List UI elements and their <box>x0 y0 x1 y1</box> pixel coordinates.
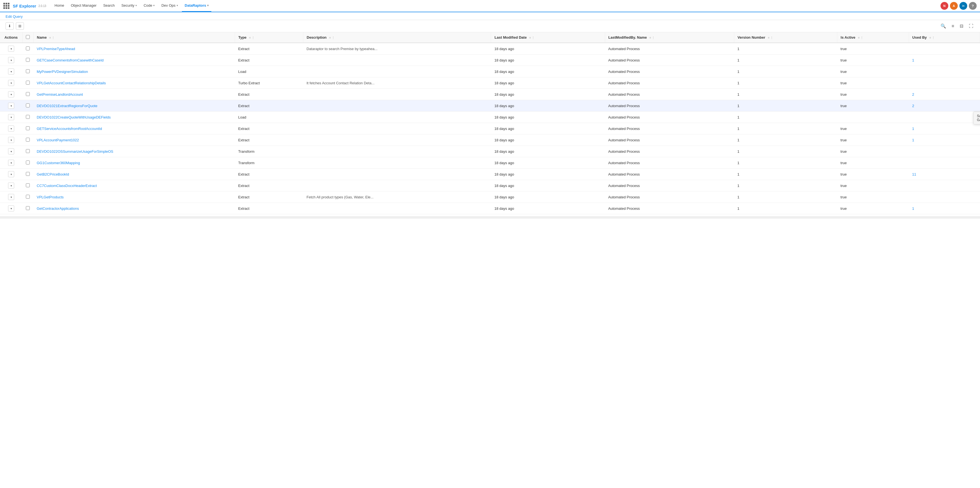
edit-query-link[interactable]: Edit Query <box>6 14 22 19</box>
row-version-cell: 1 <box>734 54 837 66</box>
row-expand-button[interactable]: ▾ <box>8 182 14 189</box>
row-checkbox[interactable] <box>26 115 30 119</box>
type-sort-icon[interactable]: ≡ <box>249 36 251 39</box>
row-type-cell: Extract <box>235 123 303 134</box>
row-expand-button[interactable]: ▾ <box>8 205 14 211</box>
horizontal-scrollbar[interactable] <box>0 217 980 218</box>
row-checkbox[interactable] <box>26 195 30 199</box>
row-expand-button[interactable]: ▾ <box>8 57 14 63</box>
avatar-a[interactable]: A <box>950 2 958 10</box>
nav-security[interactable]: Security ▾ <box>118 0 140 12</box>
nav-devops[interactable]: Dev Ops ▾ <box>159 0 181 12</box>
row-checkbox[interactable] <box>26 58 30 62</box>
nav-object-manager[interactable]: Object Manager <box>68 0 100 12</box>
row-checkbox[interactable] <box>26 126 30 130</box>
row-checkbox[interactable] <box>26 138 30 142</box>
lmd-menu-icon[interactable]: ⋮ <box>532 36 535 39</box>
ver-menu-icon[interactable]: ⋮ <box>770 36 773 39</box>
usedby-sort-icon[interactable]: ≡ <box>929 36 931 39</box>
row-description-cell <box>303 100 491 112</box>
lmb-sort-icon[interactable]: ≡ <box>650 36 651 39</box>
desc-menu-icon[interactable]: ⋮ <box>332 36 334 39</box>
row-is-active-cell: true <box>837 134 909 146</box>
col-is-active: Is Active ≡ ⋮ <box>837 32 909 43</box>
row-modified-by-cell: Automated Process <box>605 203 734 214</box>
row-name-cell: GG1Customer360Mapping <box>33 157 235 169</box>
row-checkbox[interactable] <box>26 161 30 164</box>
type-menu-icon[interactable]: ⋮ <box>252 36 255 39</box>
row-checkbox[interactable] <box>26 104 30 107</box>
row-is-active-cell: true <box>837 123 909 134</box>
nav-home[interactable]: Home <box>52 0 67 12</box>
app-brand[interactable]: SF Explorer <box>13 4 36 8</box>
app-grid-icon[interactable] <box>3 3 10 9</box>
col-used-by: Used By ≡ ⋮ <box>909 32 980 43</box>
row-expand-button[interactable]: ▾ <box>8 160 14 166</box>
row-expand-button[interactable]: ▾ <box>8 46 14 52</box>
row-checkbox[interactable] <box>26 46 30 50</box>
row-checkbox-cell <box>22 43 33 54</box>
row-expand-button[interactable]: ▾ <box>8 80 14 86</box>
used-by-count[interactable]: 1 <box>912 58 914 62</box>
used-by-count[interactable]: 2 <box>912 104 914 108</box>
row-expand-button[interactable]: ▾ <box>8 171 14 177</box>
row-name-cell: VPLAccountPayment1022 <box>33 134 235 146</box>
download-button[interactable]: ⬇ <box>6 22 14 30</box>
avatar-linkedin[interactable]: in <box>959 2 967 10</box>
filter-button[interactable]: ≡ <box>951 22 955 30</box>
table-header-row: Actions Name ≡ ⋮ Type ≡ ⋮ <box>0 32 980 43</box>
usedby-menu-icon[interactable]: ⋮ <box>932 36 935 39</box>
lmb-menu-icon[interactable]: ⋮ <box>652 36 655 39</box>
avatar-help[interactable]: ? <box>969 2 977 10</box>
row-expand-button[interactable]: ▾ <box>8 103 14 109</box>
fullscreen-button[interactable]: ⛶ <box>968 22 974 30</box>
row-expand-button[interactable]: ▾ <box>8 194 14 200</box>
active-menu-icon[interactable]: ⋮ <box>861 36 863 39</box>
row-modified-by-cell: Automated Process <box>605 100 734 112</box>
used-by-count[interactable]: 2 <box>912 92 914 97</box>
desc-sort-icon[interactable]: ≡ <box>329 36 331 39</box>
row-checkbox[interactable] <box>26 149 30 153</box>
search-toolbar-button[interactable]: 🔍 <box>939 22 947 30</box>
name-sort-icon[interactable]: ≡ <box>49 36 51 39</box>
row-version-cell: 1 <box>734 169 837 180</box>
row-expand-button[interactable]: ▾ <box>8 91 14 97</box>
active-sort-icon[interactable]: ≡ <box>858 36 859 39</box>
row-expand-button[interactable]: ▾ <box>8 126 14 132</box>
row-expand-button[interactable]: ▾ <box>8 69 14 75</box>
used-by-count[interactable]: 1 <box>912 127 914 131</box>
row-checkbox[interactable] <box>26 69 30 73</box>
export-button[interactable]: ⊞ <box>16 22 24 30</box>
col-actions: Actions <box>0 32 22 43</box>
ver-sort-icon[interactable]: ≡ <box>768 36 770 39</box>
lmd-sort-icon[interactable]: ≡ <box>530 36 531 39</box>
used-by-count[interactable]: 1 <box>912 138 914 142</box>
avatar-n[interactable]: N <box>940 2 948 10</box>
columns-button[interactable]: ⊟ <box>959 22 964 30</box>
nav-code[interactable]: Code ▾ <box>141 0 158 12</box>
row-is-active-cell: true <box>837 203 909 214</box>
select-all-checkbox[interactable] <box>26 35 30 39</box>
row-last-modified-cell: 18 days ago <box>491 43 605 54</box>
row-expand-button[interactable]: ▾ <box>8 148 14 155</box>
row-is-active-cell: true <box>837 77 909 89</box>
top-nav: SF Explorer 2.0.13 Home Object Manager S… <box>0 0 980 12</box>
row-checkbox[interactable] <box>26 92 30 96</box>
row-actions-cell: ▾ <box>0 134 22 146</box>
row-checkbox[interactable] <box>26 183 30 187</box>
table-row: ▾ CC7CustomClassDocxHeaderExtract Extrac… <box>0 180 980 191</box>
row-expand-button[interactable]: ▾ <box>8 114 14 120</box>
row-checkbox[interactable] <box>26 172 30 176</box>
nav-search[interactable]: Search <box>100 0 117 12</box>
row-checkbox[interactable] <box>26 81 30 85</box>
table-row: ▾ GetB2CPriceBookId Extract 18 days ago … <box>0 169 980 180</box>
row-checkbox[interactable] <box>26 206 30 210</box>
toolbar: ⬇ ⊞ 🔍 ≡ ⊟ ⛶ <box>0 20 980 32</box>
row-actions-cell: ▾ <box>0 89 22 100</box>
used-by-count[interactable]: 11 <box>912 172 916 176</box>
row-expand-button[interactable]: ▾ <box>8 137 14 143</box>
used-by-count[interactable]: 1 <box>912 206 914 211</box>
nav-dataraptors[interactable]: DataRaptors ▾ <box>182 0 212 12</box>
name-menu-icon[interactable]: ⋮ <box>52 36 54 39</box>
row-description-cell <box>303 169 491 180</box>
